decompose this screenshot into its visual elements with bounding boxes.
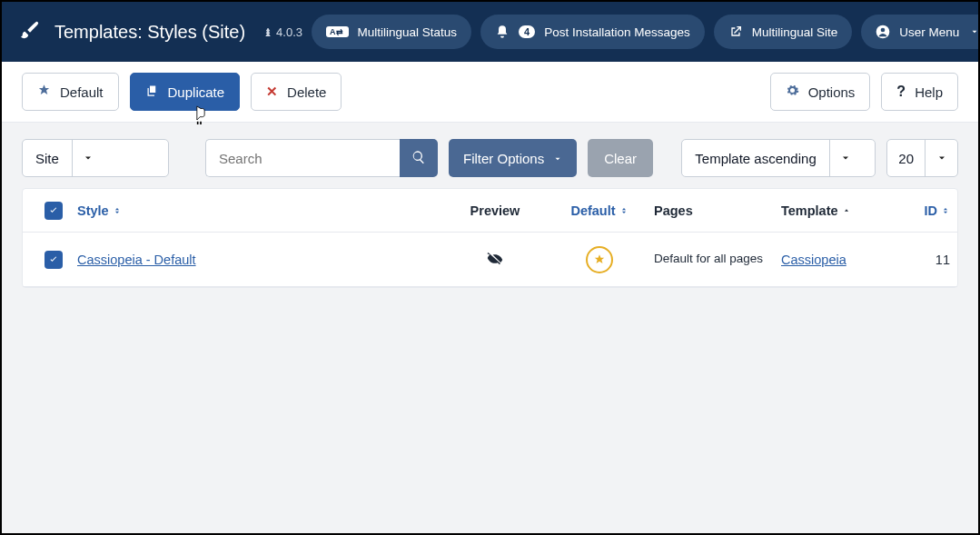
bell-icon [495,25,510,39]
page-title: Templates: Styles (Site) [54,22,245,43]
multilingual-status-label: Multilingual Status [358,25,458,39]
user-menu-pill[interactable]: User Menu [861,15,980,49]
client-selector-value: Site [23,140,72,176]
multilingual-status-pill[interactable]: A⇄ Multilingual Status [312,15,471,49]
clear-button-label: Clear [604,151,637,166]
search-input[interactable] [205,139,400,177]
duplicate-button[interactable]: Duplicate [130,73,241,111]
template-link[interactable]: Cassiopeia [781,253,846,267]
chevron-down-icon [925,140,957,176]
question-icon: ? [896,84,906,100]
version-text: 4.0.3 [276,25,302,39]
limit-selector[interactable]: 20 [886,139,958,177]
duplicate-button-label: Duplicate [168,84,225,100]
options-button[interactable]: Options [770,73,871,111]
close-icon: ✕ [266,84,278,100]
multilingual-site-pill[interactable]: Multilingual Site [714,15,853,49]
chevron-down-icon [553,151,562,166]
styles-table: Style Preview Default Pages Template ID … [22,188,958,288]
column-pages: Pages [654,203,781,218]
default-button-label: Default [60,84,104,100]
search-icon [411,150,426,167]
star-icon [37,84,51,100]
language-icon: A⇄ [326,26,349,37]
user-icon [876,25,890,39]
table-row: Cassiopeia - Default Default for all pag… [23,233,957,287]
help-button[interactable]: ? Help [881,73,958,111]
external-link-icon [728,25,743,39]
version-indicator: 4.0.3 [263,25,302,39]
top-nav: Templates: Styles (Site) 4.0.3 A⇄ Multil… [2,2,978,62]
order-selector-value: Template ascending [682,140,828,176]
default-button[interactable]: Default [22,73,119,111]
order-selector[interactable]: Template ascending [681,139,876,177]
toolbar: Default Duplicate ✕ Delete Options ? Hel… [2,62,978,123]
delete-button-label: Delete [287,84,326,100]
sort-icon [619,203,629,218]
search-button[interactable] [400,139,438,177]
post-install-label: Post Installation Messages [544,25,690,39]
column-template-label: Template [781,203,838,218]
options-button-label: Options [808,84,856,100]
sort-asc-icon [842,203,851,218]
column-default[interactable]: Default [545,203,654,218]
multilingual-site-label: Multilingual Site [752,25,838,39]
chevron-down-icon [72,140,104,176]
user-menu-label: User Menu [899,25,959,39]
search-group [205,139,438,177]
pages-text: Default for all pages [654,252,763,267]
filter-options-button[interactable]: Filter Options [449,139,577,177]
clear-button[interactable]: Clear [588,139,653,177]
brush-icon [20,20,40,44]
gear-icon [786,84,799,100]
column-preview: Preview [445,203,545,218]
post-install-count: 4 [519,25,535,38]
sort-icon [941,203,950,218]
help-button-label: Help [915,84,943,100]
column-checkall[interactable] [30,202,77,220]
chevron-down-icon [829,140,862,176]
client-selector[interactable]: Site [22,139,169,177]
filter-options-label: Filter Options [463,151,544,166]
table-header-row: Style Preview Default Pages Template ID [23,189,957,233]
column-template[interactable]: Template [781,203,899,218]
column-id[interactable]: ID [899,203,950,218]
chevron-down-icon [970,25,979,39]
post-install-pill[interactable]: 4 Post Installation Messages [480,15,705,49]
copy-icon [145,84,159,100]
limit-selector-value: 20 [887,140,925,176]
style-link[interactable]: Cassiopeia - Default [77,253,196,267]
delete-button[interactable]: ✕ Delete [251,73,342,111]
row-checkbox[interactable] [45,251,63,269]
column-style-label: Style [77,203,109,218]
column-style[interactable]: Style [77,203,445,218]
column-id-label: ID [925,203,938,218]
row-id: 11 [935,253,950,267]
column-preview-label: Preview [470,203,520,218]
filter-row: Site Filter Options Clear Template ascen… [2,123,978,188]
check-all-checkbox[interactable] [45,202,63,220]
column-default-label: Default [570,203,615,218]
default-star-badge[interactable] [586,246,613,273]
svg-point-1 [881,28,886,33]
sort-icon [113,203,122,218]
preview-disabled-icon[interactable] [487,250,503,269]
column-pages-label: Pages [654,203,693,218]
